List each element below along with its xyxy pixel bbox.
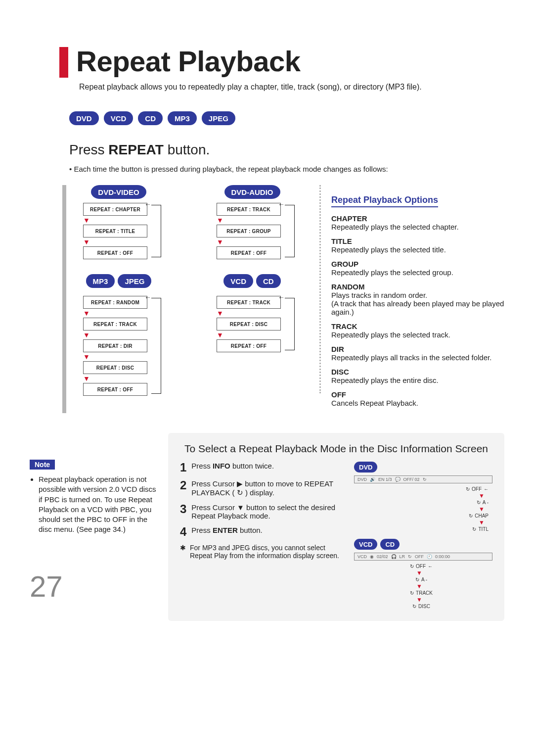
footnote: ✱ For MP3 and JPEG discs, you cannot sel…: [180, 544, 346, 560]
option-item: DIRRepeatedly plays all tracks in the se…: [331, 345, 504, 362]
repeat-icon: ↻: [415, 577, 419, 582]
flow-vcd-cd: VCD CD REPEAT : TRACK ▼ REPEAT : DISC ▼ …: [203, 274, 302, 396]
repeat-icon: ↻: [423, 477, 427, 482]
dvd-repeat-tree: ↻OFF ← ▼ ↻A - ▼ ↻CHAP ▼ ↻TITL: [354, 486, 492, 532]
down-arrow-icon: ▼: [217, 238, 281, 245]
flow-pill-cd: CD: [256, 274, 281, 288]
vcd-info-strip: VCD ◉ 02/02 🎧 LR ↻ OFF 🕘 0:00:00: [354, 553, 492, 561]
step-item: 3 Press Cursor ▼ button to select the de…: [180, 503, 346, 520]
options-column: Repeat Playback Options CHAPTERRepeatedl…: [319, 185, 504, 413]
flow-box: REPEAT : OFF: [217, 339, 281, 352]
left-grey-bar: [62, 185, 66, 413]
mini-pill-dvd: DVD: [354, 462, 377, 472]
footnote-star-icon: ✱: [180, 544, 186, 560]
headphones-icon: 🎧: [391, 554, 397, 559]
flow-pill-vcd: VCD: [223, 274, 253, 288]
loop-back-arrow-icon: [151, 205, 161, 257]
repeat-icon: ↻: [408, 554, 412, 559]
down-arrow-icon: ▼: [83, 353, 147, 360]
option-item: GROUPRepeatedly plays the selected group…: [331, 260, 504, 277]
flow-box: REPEAT : OFF: [83, 246, 147, 259]
bottom-area: Note Repeat playback operation is not po…: [30, 433, 504, 621]
repeat-icon: ↻: [477, 500, 481, 505]
flow-box: REPEAT : DISC: [217, 318, 281, 331]
note-badge: Note: [30, 460, 55, 470]
step-item: 2 Press Cursor ▶ button to move to REPEA…: [180, 479, 346, 497]
step-item: 4 Press ENTER button.: [180, 526, 346, 538]
vcd-repeat-tree: ↻OFF ← ▼ ↻A - ▼ ↻TRACK ▼ ↻DISC: [354, 564, 492, 609]
down-arrow-icon: ▼: [217, 217, 281, 224]
flow-mp3-jpeg: MP3 JPEG REPEAT : RANDOM ▼ REPEAT : TRAC…: [69, 274, 168, 396]
press-repeat-heading: Press REPEAT button.: [69, 142, 504, 158]
manual-page: Repeat Playback Repeat playback allows y…: [0, 0, 534, 756]
loop-back-arrow-icon: [285, 205, 295, 257]
flow-box: REPEAT : OFF: [217, 246, 281, 259]
loop-back-arrow-icon: [151, 298, 161, 394]
step-number: 2: [180, 479, 186, 497]
repeat-icon: ↻: [410, 564, 414, 569]
page-number: 27: [30, 569, 158, 604]
flow-pill-dvd-video: DVD-VIDEO: [91, 185, 146, 199]
down-arrow-icon: ▼: [83, 238, 147, 245]
format-pill-cd: CD: [138, 111, 163, 125]
down-arrow-icon: ▼: [217, 310, 281, 317]
flow-dvd-audio: DVD-AUDIO REPEAT : TRACK ▼ REPEAT : GROU…: [203, 185, 302, 259]
flow-diagrams: DVD-VIDEO REPEAT : CHAPTER ▼ REPEAT : TI…: [69, 185, 302, 413]
mini-pill-cd: CD: [380, 539, 400, 550]
option-item: DISCRepeatedly plays the entire disc.: [331, 368, 504, 384]
diagram-area: DVD-VIDEO REPEAT : CHAPTER ▼ REPEAT : TI…: [69, 185, 504, 413]
press-repeat-strong: REPEAT: [108, 142, 164, 157]
flow-box: REPEAT : RANDOM: [83, 296, 147, 309]
left-arrow-icon: ←: [428, 564, 433, 569]
flow-box: REPEAT : TITLE: [83, 225, 147, 237]
press-repeat-pre: Press: [69, 142, 108, 157]
info-screen-title: To Select a Repeat Playback Mode in the …: [180, 443, 492, 455]
clock-icon: 🕘: [427, 554, 432, 559]
step-number: 1: [180, 462, 186, 473]
flow-box: REPEAT : OFF: [83, 383, 147, 396]
info-screen-panel: To Select a Repeat Playback Mode in the …: [168, 433, 504, 621]
page-title-row: Repeat Playback: [59, 45, 504, 78]
step-item: 1 Press INFO button twice.: [180, 462, 346, 473]
format-pill-row: DVD VCD CD MP3 JPEG: [69, 111, 504, 125]
down-arrow-icon: ▼: [83, 375, 147, 382]
left-arrow-icon: ←: [484, 486, 489, 492]
option-item: CHAPTERRepeatedly plays the selected cha…: [331, 214, 504, 231]
option-item: TITLERepeatedly plays the selected title…: [331, 237, 504, 254]
flow-pill-dvd-audio: DVD-AUDIO: [224, 185, 280, 199]
flow-box: REPEAT : CHAPTER: [83, 203, 147, 216]
flow-box: REPEAT : TRACK: [217, 296, 281, 309]
steps-column: 1 Press INFO button twice. 2 Press Curso…: [180, 462, 346, 609]
option-item: OFFCancels Repeat Playback.: [331, 390, 504, 407]
loop-back-arrow-icon: [285, 298, 295, 350]
down-arrow-icon: ▼: [83, 310, 147, 317]
page-subtitle: Repeat playback allows you to repeatedly…: [79, 83, 504, 92]
audio-icon: 🔊: [370, 477, 375, 482]
note-column: Note Repeat playback operation is not po…: [30, 433, 158, 621]
repeat-icon: ↻: [466, 486, 470, 492]
step-number: 3: [180, 503, 186, 520]
repeat-icon: ↻: [410, 590, 414, 596]
subtitle-icon: 💬: [395, 477, 400, 482]
note-text: Repeat playback operation is not possibl…: [39, 474, 158, 535]
mini-screens: DVD DVD 🔊 EN 1/3 💬 OFF/ 02 ↻ ↻OFF ← ▼ ↻A…: [354, 462, 492, 609]
repeat-icon: ↻: [412, 604, 416, 609]
flow-box: REPEAT : GROUP: [217, 225, 281, 237]
format-pill-vcd: VCD: [104, 111, 134, 125]
press-repeat-post: button.: [164, 142, 210, 157]
repeat-icon: ↻: [237, 488, 243, 497]
format-pill-dvd: DVD: [69, 111, 99, 125]
format-pill-jpeg: JPEG: [202, 111, 235, 125]
mini-pill-vcd: VCD: [354, 539, 377, 550]
repeat-icon: ↻: [472, 526, 476, 532]
option-item: TRACKRepeatedly plays the selected track…: [331, 322, 504, 339]
flow-pill-jpeg: JPEG: [118, 274, 151, 288]
down-arrow-icon: ▼: [83, 217, 147, 224]
dvd-info-strip: DVD 🔊 EN 1/3 💬 OFF/ 02 ↻: [354, 475, 492, 483]
press-repeat-note: • Each time the button is pressed during…: [69, 165, 504, 173]
down-arrow-icon: ▼: [217, 331, 281, 338]
flow-box: REPEAT : DISC: [83, 361, 147, 374]
disc-icon: ◉: [370, 554, 374, 559]
page-title: Repeat Playback: [76, 45, 301, 78]
title-accent-bar: [59, 47, 68, 78]
